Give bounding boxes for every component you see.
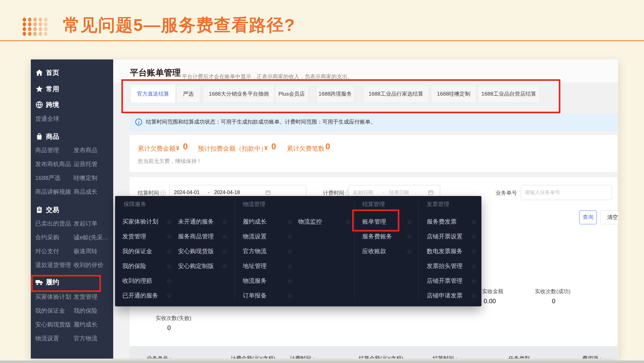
table-header[interactable]: 结算金额(元)(含税) [359,355,403,359]
menu-item[interactable]: 物流监控 [298,218,322,226]
favorite-star-icon[interactable]: ☆ [222,247,228,255]
sidebar-item-home[interactable]: 首页 [46,69,59,77]
table-header[interactable]: 业务单号↕ [147,355,172,359]
sidebar-item[interactable]: 我的保证金 [35,307,65,315]
sidebar-section-goods[interactable]: 商品 [46,132,59,141]
menu-item[interactable]: 履约成长 [243,218,267,226]
menu-item[interactable]: 服务费账务 [362,232,392,241]
tab-yanxuan[interactable]: 严选 [176,85,200,103]
menu-item[interactable]: 店铺开票设置 [427,232,463,241]
tab-industrial-selfrun[interactable]: 1688工业品自营店结算 [478,85,540,103]
favorite-star-icon[interactable]: ☆ [407,218,412,226]
favorite-star-icon[interactable]: ☆ [407,232,412,241]
sidebar-item[interactable]: 商品管理 [35,146,59,154]
tab-waou-custom[interactable]: 1688哇噢定制 [431,85,476,103]
menu-item[interactable]: 地址管理 [243,262,267,270]
sidebar-item[interactable]: 已卖出的货品 [35,220,71,228]
favorite-star-icon[interactable]: ☆ [166,292,172,300]
menu-item[interactable]: 未开通的服务 [178,218,214,226]
menu-item[interactable]: 收到的理赔 [122,277,152,285]
favorite-star-icon[interactable]: ☆ [407,247,412,255]
sidebar-item[interactable]: 买家体验计划 [35,293,71,301]
sidebar-item[interactable]: 发起订单 [74,220,97,228]
sidebar-item-favorites[interactable]: 常用 [46,85,59,93]
sidebar-item[interactable]: 极速周转 [74,247,97,255]
table-header[interactable]: 费用项↕ [582,355,602,359]
favorite-star-icon[interactable]: ☆ [222,232,228,241]
favorite-star-icon[interactable]: ☆ [166,247,172,255]
sidebar-item[interactable]: 运营托管 [74,160,97,168]
favorite-star-icon[interactable]: ☆ [345,218,351,226]
tab-industrial-expert[interactable]: 1688工业品行家选结算 [363,85,429,103]
sidebar-item[interactable]: 发布商机商品 [35,160,71,168]
menu-item[interactable]: 应收账款 [362,247,386,255]
menu-item[interactable]: 物流设置 [243,232,267,241]
menu-item[interactable]: 数电发票服务 [427,247,463,255]
favorite-star-icon[interactable]: ☆ [287,277,293,285]
menu-item-bill-management[interactable]: 账单管理 [362,218,386,226]
sidebar-item[interactable]: 官方物流 [74,334,97,343]
sidebar-item-global[interactable]: 货通全球 [35,115,59,123]
favorite-star-icon[interactable]: ☆ [287,218,293,226]
favorite-star-icon[interactable]: ☆ [471,277,477,285]
menu-item[interactable]: 我的保证金 [122,247,152,255]
favorite-star-icon[interactable]: ☆ [166,277,172,285]
favorite-star-icon[interactable]: ☆ [166,262,172,270]
menu-item[interactable]: 订单报备 [243,292,267,300]
favorite-star-icon[interactable]: ☆ [471,262,477,270]
menu-item[interactable]: 店铺开票管理 [427,277,463,285]
favorite-star-icon[interactable]: ☆ [287,262,293,270]
sidebar-item[interactable]: 我的保险 [74,307,97,315]
sidebar-section-trade[interactable]: 交易 [46,206,59,214]
menu-item[interactable]: 买家体验计划 [122,218,158,226]
sidebar-item[interactable]: 物流设置 [35,334,59,343]
menu-item[interactable]: 发货管理 [122,232,146,241]
menu-item[interactable]: 安心购定制版 [178,262,214,270]
sort-icon[interactable]: ↕ [455,356,458,359]
tab-crossborder-service[interactable]: 1688跨境服务 [316,85,354,103]
favorite-star-icon[interactable]: ☆ [287,247,293,255]
favorite-star-icon[interactable]: ☆ [471,292,477,300]
favorite-star-icon[interactable]: ☆ [471,232,477,241]
favorite-star-icon[interactable]: ☆ [287,232,293,241]
menu-item[interactable]: 服务商品管理 [178,232,214,241]
menu-item[interactable]: 物流服务 [243,277,267,285]
sidebar-item-crossborder[interactable]: 跨境 [46,101,59,109]
sidebar-item[interactable]: 退款退货管理 [35,261,71,269]
menu-item[interactable]: 已开通的服务 [122,292,158,300]
help-icon[interactable]: ? [160,190,166,196]
sidebar-item[interactable]: 安心购现货版 [35,321,71,329]
sidebar-item[interactable]: 履约成长 [74,321,97,329]
menu-item[interactable]: 发票抬头管理 [427,262,463,270]
sidebar-item[interactable]: 商品讲解视频 [35,188,71,196]
table-header[interactable]: 计费时间↕ [290,355,315,359]
menu-item[interactable]: 我的保险 [122,262,146,270]
sort-icon[interactable]: ↕ [600,356,602,359]
menu-item[interactable]: 店铺申请发票 [427,292,463,300]
table-header[interactable]: 任务类型 [508,355,530,359]
clear-button[interactable]: 清空 [600,210,618,224]
favorite-star-icon[interactable]: ☆ [166,218,172,226]
tab-official-direct[interactable]: 官方直送结算 [130,85,175,103]
sidebar-item[interactable]: 哇噢定制 [74,174,97,182]
sidebar-item[interactable]: 发布商品 [74,146,97,154]
sidebar-section-fulfillment[interactable]: 履约 [46,278,59,286]
sort-icon[interactable]: ↕ [169,356,172,359]
sidebar-item[interactable]: 收到的评价 [74,261,103,269]
sidebar-item[interactable]: 商品成长 [74,188,97,196]
sidebar-item[interactable]: 1688严选 [35,174,60,182]
order-no-input[interactable] [521,185,612,200]
menu-item[interactable]: 服务费发票 [427,218,457,226]
tab-distribution-commission[interactable]: 1688大分销业务平台抽佣 [203,85,275,103]
sidebar-item[interactable]: 发货管理 [74,293,97,301]
menu-item[interactable]: 官方物流 [243,247,267,255]
favorite-star-icon[interactable]: ☆ [471,247,477,255]
favorite-star-icon[interactable]: ☆ [166,232,172,241]
search-button[interactable]: 查询 [579,210,597,224]
favorite-star-icon[interactable]: ☆ [222,262,228,270]
table-header[interactable]: 结算时间↕ [433,355,458,359]
favorite-star-icon[interactable]: ☆ [287,292,293,300]
sidebar-item[interactable]: 诚e赊(先采... [74,233,108,242]
table-header[interactable]: 计费金额(元)(含税) [231,355,275,359]
favorite-star-icon[interactable]: ☆ [471,218,477,226]
